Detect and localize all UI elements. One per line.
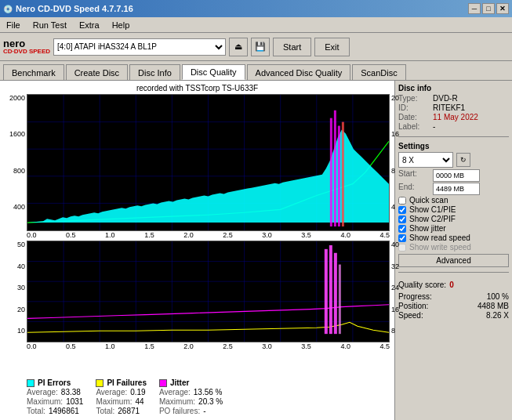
cdspeed-text: CD·DVD SPEED (3, 49, 50, 55)
svg-rect-17 (342, 122, 344, 226)
disc-label-row: Label: - (398, 122, 509, 131)
tab-advanced-disc-quality[interactable]: Advanced Disc Quality (247, 64, 351, 80)
disc-info-title: Disc info (398, 84, 509, 92)
eject-button[interactable]: ⏏ (229, 38, 248, 56)
quality-score-value: 0 (449, 281, 454, 289)
exit-button[interactable]: Exit (314, 38, 349, 56)
position-row: Position: 4488 MB (398, 302, 509, 310)
pi-failures-color-dot (96, 379, 103, 387)
disc-type-value: DVD-R (433, 94, 458, 103)
chart-title: recorded with TSSTcorp TS-U633F (2, 82, 393, 94)
disc-id-value: RITEKF1 (433, 103, 465, 112)
svg-rect-16 (338, 126, 340, 227)
c2pif-label: Show C2/PIF (409, 215, 456, 223)
write-speed-row: Show write speed (398, 243, 509, 252)
c1pie-label: Show C1/PIE (409, 205, 456, 214)
toolbar: nero CD·DVD SPEED [4:0] ATAPI iHAS324 A … (0, 33, 512, 61)
legend-pi-errors-title: PI Errors (27, 378, 83, 387)
nero-logo: nero CD·DVD SPEED (3, 38, 50, 55)
pi-errors-total-value: 1496861 (49, 407, 79, 415)
start-button[interactable]: Start (273, 38, 311, 56)
pi-errors-avg-value: 83.38 (61, 388, 81, 396)
jitter-po-row: PO failures: - (159, 407, 223, 415)
menu-run-test[interactable]: Run Test (27, 19, 73, 31)
progress-value: 100 % (487, 292, 509, 301)
y-axis-left-top: 2000 1600 800 400 (3, 94, 25, 239)
tab-scan-disc[interactable]: ScanDisc (352, 64, 405, 80)
side-panel: Disc info Type: DVD-R ID: RITEKF1 Date: … (394, 81, 512, 420)
disc-info-section: Disc info Type: DVD-R ID: RITEKF1 Date: … (398, 84, 509, 132)
tabs: Benchmark Create Disc Disc Info Disc Qua… (0, 61, 512, 80)
legend-jitter: Jitter Average: 13.56 % Maximum: 20.3 % … (159, 378, 223, 415)
disc-date-value: 11 May 2022 (433, 113, 478, 121)
progress-section: Progress: 100 % Position: 4488 MB Speed:… (398, 292, 509, 320)
title-bar: 💿 Nero CD-DVD Speed 4.7.7.16 ─ □ ✕ (0, 0, 512, 17)
y-axis-right-top: 20 16 8 4 (391, 94, 409, 239)
legend-pi-failures: PI Failures Average: 0.19 Maximum: 44 To… (96, 378, 147, 415)
minimize-button[interactable]: ─ (468, 3, 481, 14)
disc-id-row: ID: RITEKF1 (398, 103, 509, 112)
speed-row: Speed: 8.26 X (398, 311, 509, 320)
bottom-chart-wrapper: 50 40 30 20 10 40 32 24 16 8 (27, 241, 390, 350)
chart-container: 2000 1600 800 400 20 16 8 4 (2, 94, 393, 375)
svg-rect-32 (325, 249, 328, 334)
main-content: recorded with TSSTcorp TS-U633F 2000 160… (0, 80, 512, 420)
tab-disc-quality[interactable]: Disc Quality (182, 64, 245, 80)
pi-errors-total-row: Total: 1496861 (27, 407, 83, 415)
y-axis-left-bottom: 50 40 30 20 10 (3, 241, 25, 335)
x-axis-bottom: 0.0 0.5 1.0 1.5 2.0 2.5 3.0 3.5 4.0 4.5 (27, 342, 390, 350)
close-window-button[interactable]: ✕ (496, 3, 509, 14)
jitter-max-row: Maximum: 20.3 % (159, 397, 223, 406)
tab-create-disc[interactable]: Create Disc (66, 64, 128, 80)
legend-area: PI Errors Average: 83.38 Maximum: 1031 T… (25, 375, 393, 418)
menu-bar: File Run Test Extra Help (0, 17, 512, 33)
quick-scan-label: Quick scan (409, 196, 448, 205)
menu-help[interactable]: Help (106, 19, 136, 31)
svg-rect-34 (334, 253, 337, 334)
bottom-chart (27, 241, 390, 342)
pi-failures-avg-value: 0.19 (130, 388, 145, 396)
title-bar-buttons: ─ □ ✕ (468, 3, 509, 14)
jitter-avg-value: 13.56 % (194, 388, 223, 396)
advanced-button[interactable]: Advanced (398, 254, 509, 267)
position-value: 4488 MB (478, 302, 509, 310)
pi-failures-max-row: Maximum: 44 (96, 397, 147, 406)
quality-score-section: Quality score: 0 (398, 281, 509, 289)
jitter-row: Show jitter (398, 224, 509, 233)
pi-failures-label: PI Failures (107, 378, 147, 387)
legend-pi-errors: PI Errors Average: 83.38 Maximum: 1031 T… (27, 378, 83, 415)
progress-row: Progress: 100 % (398, 292, 509, 301)
write-speed-label: Show write speed (409, 243, 471, 252)
app-title: Nero CD-DVD Speed 4.7.7.16 (16, 4, 133, 13)
disc-label-value: - (433, 122, 435, 131)
jitter-label: Jitter (170, 378, 189, 387)
jitter-po-value: - (203, 407, 205, 415)
quick-scan-row: Quick scan (398, 196, 509, 205)
disc-type-row: Type: DVD-R (398, 94, 509, 103)
pi-failures-max-value: 44 (136, 397, 144, 406)
maximize-button[interactable]: □ (482, 3, 495, 14)
start-input[interactable] (433, 169, 480, 182)
pi-errors-max-value: 1031 (66, 397, 83, 406)
speed-row: 8 X ↻ (398, 152, 509, 168)
tab-benchmark[interactable]: Benchmark (3, 64, 64, 80)
pi-failures-avg-row: Average: 0.19 (96, 388, 147, 396)
end-row: End: (398, 183, 509, 195)
legend-pi-failures-title: PI Failures (96, 378, 147, 387)
c2pif-row: Show C2/PIF (398, 215, 509, 223)
divider-2 (398, 272, 509, 273)
menu-file[interactable]: File (0, 19, 27, 31)
title-bar-left: 💿 Nero CD-DVD Speed 4.7.7.16 (3, 4, 133, 13)
chart-area: recorded with TSSTcorp TS-U633F 2000 160… (0, 81, 394, 420)
refresh-button[interactable]: ↻ (456, 153, 470, 167)
tab-disc-info[interactable]: Disc Info (129, 64, 180, 80)
disc-date-row: Date: 11 May 2022 (398, 113, 509, 121)
menu-extra[interactable]: Extra (73, 19, 106, 31)
drive-select[interactable]: [4:0] ATAPI iHAS324 A BL1P (53, 38, 226, 56)
jitter-color-dot (159, 379, 167, 387)
save-button[interactable]: 💾 (251, 38, 270, 56)
top-chart-wrapper: 2000 1600 800 400 20 16 8 4 (27, 94, 390, 239)
read-speed-row: Show read speed (398, 234, 509, 242)
top-chart (27, 94, 390, 231)
end-input[interactable] (433, 183, 480, 195)
